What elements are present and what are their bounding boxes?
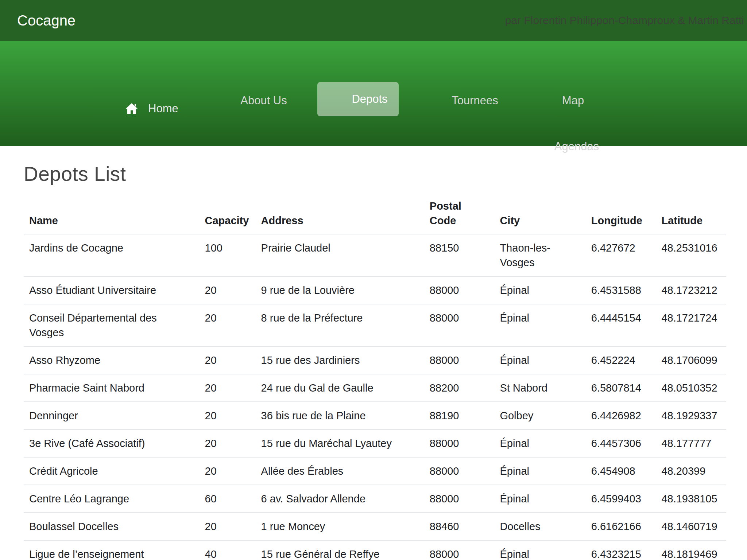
table-row: Pharmacie Saint Nabord 20 24 rue du Gal … <box>24 374 726 402</box>
address-cell: Prairie Claudel <box>256 234 424 276</box>
latitude-cell: 48.2531016 <box>656 234 726 276</box>
city-cell: Épinal <box>494 457 585 485</box>
city-cell: Thaon-les-Vosges <box>494 234 585 276</box>
table-row: Asso Rhyzome 20 15 rue des Jardiniers 88… <box>24 346 726 374</box>
table-row: Centre Léo Lagrange 60 6 av. Salvador Al… <box>24 485 726 513</box>
name-cell: Boulassel Docelles <box>24 513 200 540</box>
name-cell: Pharmacie Saint Nabord <box>24 374 200 402</box>
longitude-cell: 6.6162166 <box>586 513 656 540</box>
address-cell: 6 av. Salvador Allende <box>256 485 424 513</box>
main-content: Depots List Name Capacity Address Postal… <box>0 146 747 560</box>
nav-item-home-label: Home <box>148 102 178 115</box>
address-cell: 15 rue du Maréchal Lyautey <box>256 429 424 457</box>
longitude-cell: 6.4426982 <box>586 402 656 429</box>
capacity-cell: 60 <box>200 485 256 513</box>
latitude-cell: 48.1929337 <box>656 402 726 429</box>
postal-code-cell: 88000 <box>424 346 495 374</box>
city-cell: Épinal <box>494 540 585 560</box>
column-header-latitude: Latitude <box>656 194 726 234</box>
postal-code-cell: 88000 <box>424 429 495 457</box>
postal-code-cell: 88000 <box>424 304 495 346</box>
column-header-address: Address <box>256 194 424 234</box>
name-cell: Asso Rhyzome <box>24 346 200 374</box>
city-cell: Épinal <box>494 304 585 346</box>
address-cell: 8 rue de la Préfecture <box>256 304 424 346</box>
longitude-cell: 6.4599403 <box>586 485 656 513</box>
latitude-cell: 48.1819469 <box>656 540 726 560</box>
column-header-name: Name <box>24 194 200 234</box>
postal-code-cell: 88000 <box>424 540 495 560</box>
capacity-cell: 20 <box>200 346 256 374</box>
capacity-cell: 20 <box>200 276 256 304</box>
table-row: Crédit Agricole 20 Allée des Érables 880… <box>24 457 726 485</box>
latitude-cell: 48.1460719 <box>656 513 726 540</box>
capacity-cell: 100 <box>200 234 256 276</box>
address-cell: 36 bis rue de la Plaine <box>256 402 424 429</box>
postal-code-cell: 88150 <box>424 234 495 276</box>
table-row: Asso Étudiant Universitaire 20 9 rue de … <box>24 276 726 304</box>
latitude-cell: 48.1706099 <box>656 346 726 374</box>
nav-item-map[interactable]: Map <box>562 94 584 107</box>
longitude-cell: 6.4531588 <box>586 276 656 304</box>
nav-item-tournees[interactable]: Tournees <box>452 94 498 107</box>
table-header-row: Name Capacity Address Postal Code City L… <box>24 194 726 234</box>
depots-table-body: Jardins de Cocagne 100 Prairie Claudel 8… <box>24 234 726 560</box>
capacity-cell: 20 <box>200 402 256 429</box>
capacity-cell: 20 <box>200 457 256 485</box>
nav-item-depots-label: Depots <box>352 93 387 106</box>
longitude-cell: 6.452224 <box>586 346 656 374</box>
longitude-cell: 6.4457306 <box>586 429 656 457</box>
city-cell: Épinal <box>494 276 585 304</box>
nav-item-about-us[interactable]: About Us <box>240 94 287 107</box>
name-cell: Conseil Départemental des Vosges <box>24 304 200 346</box>
app-window: Cocagne par Florentin Philippon-Champrou… <box>0 0 747 560</box>
city-cell: Épinal <box>494 346 585 374</box>
address-cell: 9 rue de la Louvière <box>256 276 424 304</box>
address-cell: 1 rue Moncey <box>256 513 424 540</box>
column-header-capacity: Capacity <box>200 194 256 234</box>
longitude-cell: 6.454908 <box>586 457 656 485</box>
table-row: Boulassel Docelles 20 1 rue Moncey 88460… <box>24 513 726 540</box>
nav-item-agendas[interactable]: Agendas <box>554 140 599 153</box>
postal-code-cell: 88000 <box>424 485 495 513</box>
latitude-cell: 48.1938105 <box>656 485 726 513</box>
longitude-cell: 6.427672 <box>586 234 656 276</box>
table-row: 3e Rive (Café Associatif) 20 15 rue du M… <box>24 429 726 457</box>
table-row: Jardins de Cocagne 100 Prairie Claudel 8… <box>24 234 726 276</box>
name-cell: Jardins de Cocagne <box>24 234 200 276</box>
byline: par Florentin Philippon-Champroux & Mart… <box>505 14 744 27</box>
nav-item-depots-active[interactable]: Depots <box>317 82 399 116</box>
home-icon <box>125 102 138 115</box>
name-cell: Denninger <box>24 402 200 429</box>
capacity-cell: 20 <box>200 374 256 402</box>
name-cell: Asso Étudiant Universitaire <box>24 276 200 304</box>
address-cell: 24 rue du Gal de Gaulle <box>256 374 424 402</box>
latitude-cell: 48.1723212 <box>656 276 726 304</box>
longitude-cell: 6.4445154 <box>586 304 656 346</box>
column-header-city: City <box>494 194 585 234</box>
capacity-cell: 40 <box>200 540 256 560</box>
longitude-cell: 6.5807814 <box>586 374 656 402</box>
nav-bar: Home About Us Depots Tournees Map Agenda… <box>0 41 747 146</box>
capacity-cell: 20 <box>200 513 256 540</box>
city-cell: Épinal <box>494 485 585 513</box>
nav-item-home[interactable]: Home <box>125 102 178 115</box>
postal-code-cell: 88190 <box>424 402 495 429</box>
latitude-cell: 48.1721724 <box>656 304 726 346</box>
longitude-cell: 6.4323215 <box>586 540 656 560</box>
city-cell: Épinal <box>494 429 585 457</box>
capacity-cell: 20 <box>200 304 256 346</box>
postal-code-cell: 88000 <box>424 276 495 304</box>
table-row: Ligue de l’enseignement 40 15 rue Généra… <box>24 540 726 560</box>
table-row: Denninger 20 36 bis rue de la Plaine 881… <box>24 402 726 429</box>
capacity-cell: 20 <box>200 429 256 457</box>
latitude-cell: 48.177777 <box>656 429 726 457</box>
brand-link[interactable]: Cocagne <box>17 12 76 29</box>
latitude-cell: 48.20399 <box>656 457 726 485</box>
latitude-cell: 48.0510352 <box>656 374 726 402</box>
postal-code-cell: 88200 <box>424 374 495 402</box>
city-cell: St Nabord <box>494 374 585 402</box>
address-cell: Allée des Érables <box>256 457 424 485</box>
postal-code-cell: 88000 <box>424 457 495 485</box>
postal-code-cell: 88460 <box>424 513 495 540</box>
